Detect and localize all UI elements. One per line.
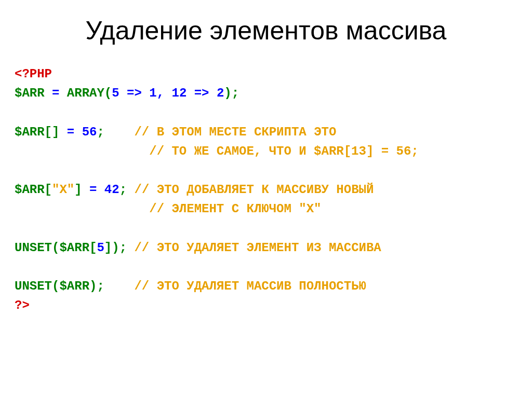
code-comment: // ЭТО УДАЛЯЕТ МАССИВ ПОЛНОСТЬЮ (134, 279, 366, 293)
code-var: $ARR (59, 279, 89, 293)
code-pad (104, 279, 135, 293)
code-paren: ) (89, 279, 97, 293)
slide-title: Удаление элементов массива (0, 16, 532, 46)
code-num: 1 (149, 86, 156, 100)
code-comment: // В ЭТОМ МЕСТЕ СКРИПТА ЭТО (134, 125, 336, 139)
code-comment: // ТО ЖЕ САМОЕ, ЧТО И $ARR[13] = 56; (149, 144, 418, 158)
code-paren: ) (224, 86, 231, 100)
code-paren: ) (112, 241, 119, 255)
slide: Удаление элементов массива <?PHP $ARR = … (0, 0, 532, 398)
code-func: UNSET (15, 241, 52, 255)
code-paren: ( (52, 279, 59, 293)
code-bracket: ] (74, 183, 82, 197)
code-func: ARRAY (67, 86, 104, 100)
php-open-tag: <?PHP (15, 67, 52, 81)
code-var: $ARR (15, 86, 45, 100)
code-semi: ; (97, 125, 104, 139)
php-close-tag: ?> (15, 298, 30, 312)
code-arrow: => (187, 86, 217, 100)
code-var: $ARR (15, 125, 45, 139)
code-string: "X" (52, 183, 74, 197)
code-comment: // ЭТО ДОБАВЛЯЕТ К МАССИВУ НОВЫЙ (134, 183, 374, 197)
code-semi: ; (119, 241, 127, 255)
code-semi: ; (232, 86, 239, 100)
code-bracket: ] (52, 125, 59, 139)
code-num: 42 (104, 183, 119, 197)
code-pad (15, 144, 149, 158)
code-var: $ARR (59, 241, 89, 255)
code-bracket: [ (45, 125, 52, 139)
code-num: 5 (112, 86, 119, 100)
code-op: = (45, 86, 67, 100)
code-pad (104, 125, 135, 139)
code-comment: // ЭЛЕМЕНТ С КЛЮЧОМ "X" (149, 202, 321, 216)
code-pad (127, 183, 134, 197)
code-paren: ( (104, 86, 112, 100)
code-comma: , (157, 86, 172, 100)
code-var: $ARR (15, 183, 45, 197)
code-num: 56 (82, 125, 97, 139)
code-arrow: => (119, 86, 150, 100)
code-num: 2 (217, 86, 224, 100)
code-block: <?PHP $ARR = ARRAY(5 => 1, 12 => 2); $AR… (0, 64, 532, 315)
code-op: = (82, 183, 104, 197)
code-op: = (59, 125, 82, 139)
code-comment: // ЭТО УДАЛЯЕТ ЭЛЕМЕНТ ИЗ МАССИВА (134, 241, 381, 255)
code-num: 12 (171, 86, 187, 100)
code-bracket: [ (45, 183, 52, 197)
code-semi: ; (119, 183, 127, 197)
code-semi: ; (97, 279, 104, 293)
code-pad (127, 241, 134, 255)
code-num: 5 (97, 241, 104, 255)
code-func: UNSET (15, 279, 52, 293)
code-bracket: ] (104, 241, 112, 255)
code-paren: ( (52, 241, 59, 255)
code-pad (15, 202, 149, 216)
code-bracket: [ (89, 241, 97, 255)
